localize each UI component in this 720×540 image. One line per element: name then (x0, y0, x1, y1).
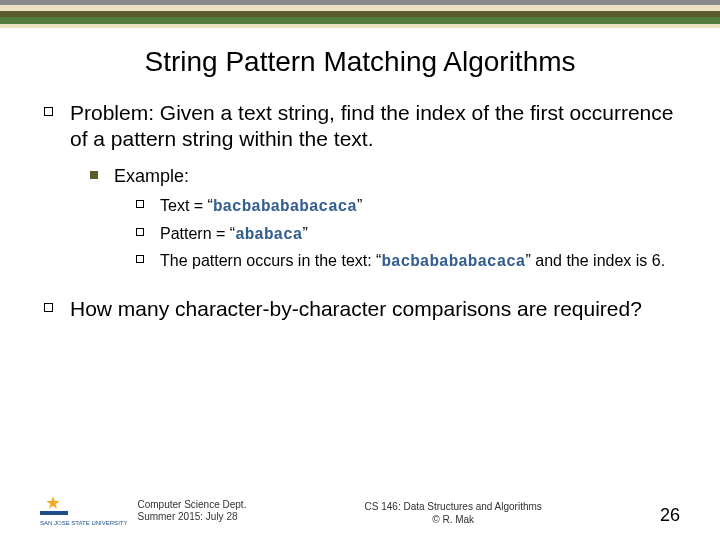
example-text-line: Text = “bacbabababacaca” (136, 195, 678, 219)
decorative-stripes (0, 0, 720, 28)
footer-center: CS 146: Data Structures and Algorithms ©… (246, 501, 660, 526)
slide-footer: SAN JOSE STATE UNIVERSITY Computer Scien… (0, 496, 720, 526)
slide-body: Problem: Given a text string, find the i… (0, 100, 720, 322)
ex1-post: ” (357, 197, 362, 214)
ex1-pre: Text = “ (160, 197, 213, 214)
university-logo: SAN JOSE STATE UNIVERSITY (40, 496, 127, 526)
example-label: Example: (114, 166, 189, 186)
ex2-mono: ababaca (235, 226, 302, 244)
bullet-problem: Problem: Given a text string, find the i… (42, 100, 678, 274)
ex3-post: ” and the index is 6. (525, 252, 665, 269)
example-result-line: The pattern occurs in the text: “bacbaba… (136, 250, 678, 274)
slide: String Pattern Matching Algorithms Probl… (0, 0, 720, 540)
bullet-problem-text: Problem: Given a text string, find the i… (70, 101, 673, 150)
ex1-mono: bacbabababacaca (213, 198, 357, 216)
bullet-question-text: How many character-by-character comparis… (70, 297, 642, 320)
ex2-pre: Pattern = “ (160, 225, 235, 242)
example-pattern-line: Pattern = “ababaca” (136, 223, 678, 247)
footer-left: SAN JOSE STATE UNIVERSITY Computer Scien… (40, 496, 246, 526)
dept-line2: Summer 2015: July 28 (137, 511, 246, 524)
ex2-post: ” (302, 225, 307, 242)
dept-line1: Computer Science Dept. (137, 499, 246, 512)
footer-dept: Computer Science Dept. Summer 2015: July… (137, 499, 246, 524)
ex3-mono: bacbabababacaca (381, 253, 525, 271)
bullet-question: How many character-by-character comparis… (42, 296, 678, 322)
ex3-pre: The pattern occurs in the text: “ (160, 252, 381, 269)
course-line2: © R. Mak (246, 514, 660, 527)
bullet-example: Example: Text = “bacbabababacaca” Patter… (90, 165, 678, 274)
logo-label: SAN JOSE STATE UNIVERSITY (40, 520, 127, 526)
course-line1: CS 146: Data Structures and Algorithms (246, 501, 660, 514)
slide-title: String Pattern Matching Algorithms (0, 46, 720, 78)
page-number: 26 (660, 505, 680, 526)
